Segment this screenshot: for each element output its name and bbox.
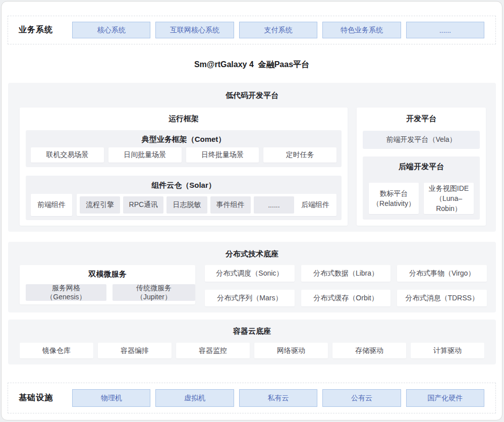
distributed-transaction-virgo: 分布式事物（Virgo） [397,265,487,282]
solar-chip-rpc: RPC通讯 [123,196,163,214]
business-system-internet-core: 互联网核心系统 [155,22,234,38]
page-title: Sm@rtGalaxy 4 金融Paas平台 [2,57,502,72]
infrastructure-label: 基础设施 [19,393,67,403]
solar-backend-components: 后端组件 [297,200,333,209]
solar-component-box: 组件云仓（Solar） 前端组件 流程引擎 RPC通讯 日志脱敏 事件组件 ..… [26,176,342,220]
solar-chip-process-engine: 流程引擎 [80,196,120,214]
business-system-core: 核心系统 [72,22,150,38]
comet-items-row: 联机交易场景 日间批量场景 日终批量场景 定时任务 [31,147,337,163]
low-code-platform-title: 低代码开发平台 [8,83,496,100]
distributed-scheduling-sonic: 分布式调度（Sonic） [205,265,295,282]
storage-driver: 存储驱动 [332,343,406,358]
infra-public-cloud: 公有云 [322,389,401,407]
compute-driver: 计算驱动 [411,343,484,358]
container-cloud-base-section: 容器云底座 镜像仓库 容器编排 容器监控 网络驱动 存储驱动 计算驱动 [8,320,496,364]
comet-framework-box: 典型业务框架（Comet） 联机交易场景 日间批量场景 日终批量场景 定时任务 [26,130,342,167]
solar-chip-strip: 流程引擎 RPC通讯 日志脱敏 事件组件 ...... 后端组件 [77,194,337,216]
frontend-dev-platform-vela: 前端开发平台（Vela） [363,131,480,149]
service-mesh-genesis: 服务网格（Genesis） [26,284,106,301]
business-systems-row: 业务系统 核心系统 互联网核心系统 支付系统 特色业务系统 ...... [8,16,496,44]
container-monitoring: 容器监控 [176,343,250,358]
container-orchestration: 容器编排 [98,343,172,358]
business-system-payment: 支付系统 [239,22,317,38]
solar-component-title: 组件云仓（Solar） [26,176,342,190]
solar-chip-event: 事件组件 [210,196,251,214]
image-registry: 镜像仓库 [20,343,93,358]
comet-item-eod-batch: 日终批量场景 [186,147,259,163]
dev-platform-title: 开发平台 [357,108,486,124]
network-driver: 网络驱动 [254,343,328,358]
data-standard-platform-line2: （Relativity） [372,198,415,208]
infrastructure-items: 物理机 虚拟机 私有云 公有云 国产化硬件 [72,389,484,407]
comet-framework-title: 典型业务框架（Comet） [26,130,342,144]
backend-dev-platform-title: 后端开发平台 [363,156,480,172]
business-systems-label: 业务系统 [19,25,67,35]
backend-dev-items-row: 数标平台 （Relativity） 业务视图IDE （Luna–Robin） [369,183,474,214]
dual-mode-microservice-title: 双模微服务 [20,265,195,279]
dual-mode-microservice-panel: 双模微服务 服务网格（Genesis） 传统微服务（Jupiter） [20,265,195,304]
business-system-special: 特色业务系统 [322,22,401,38]
infrastructure-row: 基础设施 物理机 虚拟机 私有云 公有云 国产化硬件 [8,383,496,413]
dual-mode-items-row: 服务网格（Genesis） 传统微服务（Jupiter） [26,284,195,301]
infra-domestic-hardware: 国产化硬件 [406,389,484,407]
low-code-platform-section: 低代码开发平台 运行框架 典型业务框架（Comet） 联机交易场景 日间批量场景… [8,83,496,232]
comet-item-scheduled-task: 定时任务 [263,147,337,163]
distributed-grid-row-2: 分布式序列（Mars） 分布式缓存（Orbit） 分布式消息（TDRSS） [205,290,487,306]
distributed-tech-base-title: 分布式技术底座 [8,242,496,259]
data-standard-platform-relativity: 数标平台 （Relativity） [369,183,419,214]
data-standard-platform-line1: 数标平台 [380,188,408,198]
solar-chip-more: ...... [254,196,294,214]
distributed-cache-orbit: 分布式缓存（Orbit） [301,290,391,306]
distributed-message-tdrss: 分布式消息（TDRSS） [397,290,487,306]
comet-item-online-trade: 联机交易场景 [31,147,104,163]
solar-frontend-components: 前端组件 [31,194,72,216]
dev-platform-panel: 开发平台 前端开发平台（Vela） 后端开发平台 数标平台 （Relativit… [357,108,486,226]
distributed-tech-base-section: 分布式技术底座 双模微服务 服务网格（Genesis） 传统微服务（Jupite… [8,242,496,312]
business-view-ide-line2: （Luna–Robin） [424,193,474,214]
distributed-sequence-mars: 分布式序列（Mars） [205,290,295,306]
business-view-ide-luna-robin: 业务视图IDE （Luna–Robin） [424,183,474,214]
distributed-data-libra: 分布式数据（Libra） [301,265,391,282]
infra-private-cloud: 私有云 [239,389,317,407]
solar-chip-log-masking: 日志脱敏 [166,196,207,214]
business-systems-items: 核心系统 互联网核心系统 支付系统 特色业务系统 ...... [72,22,484,38]
container-cloud-items-row: 镜像仓库 容器编排 容器监控 网络驱动 存储驱动 计算驱动 [20,343,484,358]
solar-items-row: 前端组件 流程引擎 RPC通讯 日志脱敏 事件组件 ...... 后端组件 [31,194,337,216]
comet-item-intraday-batch: 日间批量场景 [108,147,182,163]
infra-virtual-machine: 虚拟机 [155,389,234,407]
runtime-framework-title: 运行框架 [20,108,348,124]
backend-dev-platform-box: 后端开发平台 数标平台 （Relativity） 业务视图IDE （Luna–R… [363,156,480,220]
distributed-grid-row-1: 分布式调度（Sonic） 分布式数据（Libra） 分布式事物（Virgo） [205,265,487,282]
runtime-framework-panel: 运行框架 典型业务框架（Comet） 联机交易场景 日间批量场景 日终批量场景 … [20,108,348,226]
container-cloud-base-title: 容器云底座 [8,320,496,336]
distributed-services-grid: 分布式调度（Sonic） 分布式数据（Libra） 分布式事物（Virgo） 分… [205,265,487,306]
traditional-microservice-jupiter: 传统微服务（Jupiter） [113,284,195,301]
business-system-more: ...... [406,22,484,38]
business-view-ide-line1: 业务视图IDE [429,183,469,193]
infra-physical-machine: 物理机 [72,389,150,407]
architecture-diagram-page: 业务系统 核心系统 互联网核心系统 支付系统 特色业务系统 ...... Sm@… [1,1,502,420]
